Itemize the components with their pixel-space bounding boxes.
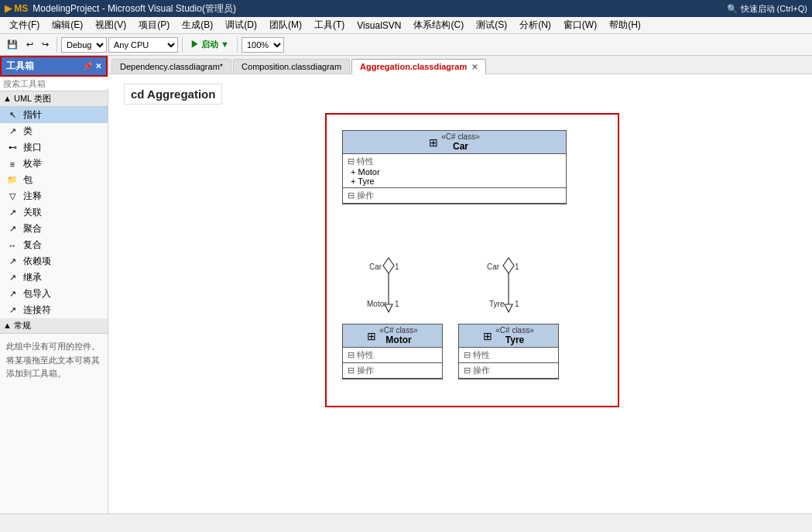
menu-item-v[interactable]: 视图(V) [89, 17, 132, 33]
toolbox-item-类[interactable]: ↗类 [0, 123, 108, 139]
toolbar-redo-btn[interactable]: ↪ [38, 37, 53, 52]
toolbox-item-icon: ⊷ [6, 142, 19, 153]
toolbox-item-label: 类 [23, 125, 33, 138]
svg-text:1: 1 [395, 263, 399, 271]
quick-launch: 🔍 快速启动 (Ctrl+Q) [727, 3, 807, 15]
toolbox-item-注释[interactable]: ▽注释 [0, 188, 108, 204]
main-area: 工具箱 📌 ✕ 🔍 ▲ UML 类图 ↖指针↗类⊷接口≡枚举📁包▽注释↗关联↗聚… [0, 56, 812, 513]
toolbar-sep3 [237, 37, 238, 53]
tab-2[interactable]: Aggregation.classdiagram✕ [351, 59, 486, 74]
toolbox-item-label: 继承 [23, 271, 42, 284]
car-class[interactable]: ⊞ «C# class» Car ⊟ 特性 + Motor + Tyre [342, 130, 567, 204]
car-stereotype: «C# class» [441, 132, 479, 141]
motor-class-name: Motor [379, 335, 417, 345]
toolbox-item-label: 指针 [23, 108, 42, 122]
toolbox-controls: 📌 ✕ [83, 62, 101, 70]
toolbox-item-label: 聚合 [23, 222, 42, 235]
toolbox-title: 工具箱 [6, 60, 34, 73]
menu-item-c[interactable]: 体系结构(C) [407, 17, 470, 33]
menu-item-w[interactable]: 窗口(W) [557, 17, 603, 33]
toolbox-item-icon: ≡ [6, 159, 19, 170]
toolbox-items-list: ↖指针↗类⊷接口≡枚举📁包▽注释↗关联↗聚合↔复合↗依赖项↗继承↗包导入↗连接符 [0, 107, 108, 318]
zoom-select[interactable]: 100% [242, 37, 284, 53]
tyre-class[interactable]: ⊞ «C# class» Tyre ⊟ 特性 ⊟ 操作 [458, 324, 559, 379]
svg-text:Motor: Motor [367, 300, 387, 308]
toolbox-item-依赖项[interactable]: ↗依赖项 [0, 253, 108, 269]
tab-1[interactable]: Composition.classdiagram [233, 59, 350, 74]
svg-text:1: 1 [515, 263, 519, 271]
toolbox-item-聚合[interactable]: ↗聚合 [0, 221, 108, 237]
menu-item-d[interactable]: 调试(D) [219, 17, 263, 33]
menu-item-s[interactable]: 测试(S) [470, 17, 513, 33]
toolbox-search-bar: 🔍 [0, 77, 108, 91]
motor-class-header: ⊞ «C# class» Motor [343, 324, 442, 348]
tyre-expand-icon[interactable]: ⊞ [483, 330, 492, 342]
toolbar-undo-btn[interactable]: ↩ [22, 37, 37, 52]
tyre-stereotype: «C# class» [495, 326, 533, 335]
motor-class[interactable]: ⊞ «C# class» Motor ⊟ 特性 ⊟ 操作 [342, 324, 443, 379]
motor-expand-icon[interactable]: ⊞ [367, 330, 376, 342]
svg-marker-3 [385, 304, 392, 312]
editor-area: Dependency.classdiagram*Composition.clas… [108, 56, 812, 513]
debug-mode-select[interactable]: Debug [61, 37, 107, 53]
toolbox-uml-section[interactable]: ▲ UML 类图 [0, 91, 108, 107]
tyre-properties-header: ⊟ 特性 [464, 349, 553, 361]
svg-text:1: 1 [515, 300, 519, 308]
toolbox-content: ▲ UML 类图 ↖指针↗类⊷接口≡枚举📁包▽注释↗关联↗聚合↔复合↗依赖项↗继… [0, 91, 108, 513]
svg-text:Car: Car [369, 263, 382, 271]
toolbar: 💾 ↩ ↪ Debug Any CPU ▶ 启动 ▼ 100% [0, 34, 812, 56]
menu-item-m[interactable]: 团队(M) [263, 17, 308, 33]
toolbox-item-继承[interactable]: ↗继承 [0, 269, 108, 286]
toolbox-item-枚举[interactable]: ≡枚举 [0, 156, 108, 172]
menu-item-f[interactable]: 文件(F) [3, 17, 46, 33]
tabstrip: Dependency.classdiagram*Composition.clas… [108, 56, 812, 74]
motor-stereotype: «C# class» [379, 326, 417, 335]
toolbox-search-input[interactable] [3, 79, 110, 88]
tyre-class-name: Tyre [495, 335, 533, 345]
toolbox-item-接口[interactable]: ⊷接口 [0, 139, 108, 156]
svg-marker-6 [503, 258, 514, 273]
cpu-select[interactable]: Any CPU [108, 37, 178, 53]
menubar: 文件(F)编辑(E)视图(V)项目(P)生成(B)调试(D)团队(M)工具(T)… [0, 17, 812, 34]
menu-item-h[interactable]: 帮助(H) [603, 17, 647, 33]
menu-item-e[interactable]: 编辑(E) [46, 17, 89, 33]
tab-close-btn-2[interactable]: ✕ [471, 63, 478, 71]
toolbox-item-包导入[interactable]: ↗包导入 [0, 286, 108, 302]
toolbox-close-icon[interactable]: ✕ [95, 62, 101, 70]
menu-item-b[interactable]: 生成(B) [176, 17, 219, 33]
toolbox-item-icon: ↗ [6, 305, 19, 316]
toolbox-empty-message: 此组中没有可用的控件。将某项拖至此文本可将其添加到工具箱。 [0, 334, 108, 387]
toolbox-item-label: 关联 [23, 206, 42, 219]
menu-item-t[interactable]: 工具(T) [308, 17, 351, 33]
toolbox-item-label: 依赖项 [23, 255, 51, 268]
toolbox-item-复合[interactable]: ↔复合 [0, 237, 108, 253]
menu-item-n[interactable]: 分析(N) [513, 17, 557, 33]
toolbar-save-btn[interactable]: 💾 [3, 37, 22, 52]
toolbox-item-icon: ↗ [6, 224, 19, 235]
diagram-canvas[interactable]: cd Aggregation [108, 74, 812, 513]
toolbox-item-连接符[interactable]: ↗连接符 [0, 302, 108, 318]
toolbox-item-关联[interactable]: ↗关联 [0, 204, 108, 221]
toolbox-item-指针[interactable]: ↖指针 [0, 107, 108, 123]
svg-text:1: 1 [395, 300, 399, 308]
toolbox-item-label: 复合 [23, 239, 42, 252]
car-operations-section: ⊟ 操作 [343, 188, 566, 204]
statusbar [0, 513, 812, 527]
toolbox-item-icon: ↔ [6, 240, 19, 251]
toolbox-pin-icon[interactable]: 📌 [83, 62, 92, 70]
car-expand-icon[interactable]: ⊞ [429, 136, 438, 149]
svg-marker-2 [383, 258, 394, 273]
tab-0[interactable]: Dependency.classdiagram* [111, 59, 231, 74]
toolbar-undo-group: 💾 ↩ ↪ [3, 37, 53, 52]
menu-item-p[interactable]: 项目(P) [132, 17, 176, 33]
car-class-header: ⊞ «C# class» Car [343, 131, 566, 154]
toolbox-item-icon: ↖ [6, 110, 19, 121]
toolbox-item-包[interactable]: 📁包 [0, 172, 108, 188]
toolbox-item-label: 接口 [23, 141, 42, 154]
start-btn[interactable]: ▶ 启动 ▼ [187, 36, 233, 53]
toolbox-normal-section[interactable]: ▲ 常规 [0, 318, 108, 334]
tyre-operations-header: ⊟ 操作 [464, 365, 553, 376]
tyre-class-header: ⊞ «C# class» Tyre [459, 324, 558, 348]
toolbox-item-icon: ↗ [6, 289, 19, 300]
menu-item-visualsvn[interactable]: VisualSVN [351, 19, 407, 33]
